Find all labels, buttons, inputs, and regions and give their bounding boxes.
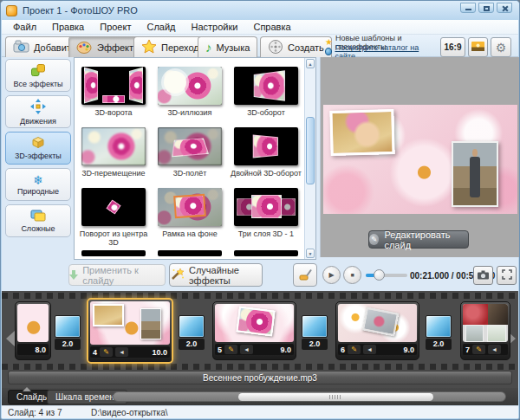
tab-music-label: Музыка [217,42,250,53]
tab-music[interactable]: ♪ Музыка [198,36,257,57]
effect-item-frame-on-background[interactable]: Рамка на фоне [152,188,228,238]
slide-edit-icon[interactable]: ✎ [100,347,113,357]
effect-thumbnail [158,67,222,105]
window-title: Проект 1 - ФотоШОУ PRO [23,5,138,16]
effect-thumbnail [234,127,298,165]
transition-1[interactable]: 2.0 [55,315,81,350]
slide-preview-image[interactable] [323,105,517,214]
timeline-section: 8.0 2.0 4 ✎ ◄ 10.0 2.0 [2,291,518,405]
music-track-bar[interactable]: Весеннее пробуждение.mp3 [8,371,512,384]
sidebar-item-motions[interactable]: Движения [5,95,71,128]
effect-item-3d-turn[interactable]: 3D-оборот [228,67,304,117]
effect-item-double-3d-turn[interactable]: Двойной 3D-оборот [228,127,304,178]
film-holes-top [2,293,518,299]
timeline-slide-4-selected[interactable]: 4 ✎ ◄ 10.0 [87,298,173,364]
effect-thumbnail-partial [234,250,298,256]
app-icon [6,5,17,16]
clear-effect-button[interactable] [293,263,317,287]
news-star-icon: ★ [325,38,333,47]
slide-sound-icon[interactable]: ◄ [363,345,376,354]
stop-button[interactable]: ■ [343,266,361,284]
timeline-slide-6[interactable]: 6 ✎ ◄ 9.0 [335,301,419,360]
fullscreen-button[interactable] [497,266,517,285]
landscape-icon [471,42,484,53]
effect-thumbnail [81,188,146,226]
transition-4[interactable]: 2.0 [426,315,452,350]
random-effects-button[interactable]: Случайные эффекты [169,263,263,287]
scroll-down-icon[interactable]: ▼ [306,249,315,258]
puzzle-icon [30,63,46,79]
menu-project[interactable]: Проект [92,22,139,32]
minimize-button[interactable] [460,3,476,13]
settings-button[interactable]: ⚙ [491,37,511,57]
menu-bar: Файл Правка Проект Слайд Настройки Справ… [2,20,518,35]
slide-edit-icon[interactable]: ✎ [224,345,237,354]
effect-item-3d-gates[interactable]: 3D-ворота [75,67,152,117]
effect-item-3d-illusion[interactable]: 3D-иллюзия [152,67,228,117]
music-note-icon: ♪ [205,42,212,54]
slide-edit-icon[interactable]: ✎ [348,345,361,354]
aspect-ratio-button[interactable]: 16:9 [440,37,465,57]
effect-thumbnail [234,67,298,105]
effect-thumbnail [158,127,222,165]
magic-wand-icon [170,268,184,283]
effect-thumbnail-partial [81,250,146,256]
menu-edit[interactable]: Правка [44,22,92,32]
sidebar-label: Все эффекты [13,80,62,88]
slide-edit-icon[interactable]: ✎ [472,345,485,354]
status-project-path: D:\видео-открытка\ [91,408,168,417]
play-icon: ▶ [328,271,334,279]
timeline-scroll-left-icon[interactable] [6,331,15,346]
effect-item-3d-flight[interactable]: 3D-полёт [152,127,228,178]
slider-thumb[interactable] [374,269,385,281]
layers-icon [30,210,46,223]
effect-item-three-layers[interactable]: Три слоя 3D - 1 [228,188,304,238]
background-image-button[interactable] [468,37,488,57]
menu-help[interactable]: Справка [245,22,298,32]
effect-item-center-rotate-3d[interactable]: Поворот из центра 3D [75,188,152,247]
snapshot-button[interactable] [473,266,493,285]
playback-slider[interactable] [366,274,407,277]
slide-sound-icon[interactable]: ◄ [240,345,253,354]
effect-item-3d-move[interactable]: 3D-перемещение [75,127,152,178]
timeline-horizontal-scrollbar[interactable] [113,391,506,402]
slide-sound-icon[interactable]: ◄ [488,345,501,354]
move-arrows-icon [30,99,46,116]
menu-settings[interactable]: Настройки [184,22,246,32]
transition-2[interactable]: 2.0 [179,315,205,350]
scrollbar-thumb[interactable] [306,117,315,184]
sidebar-label: 3D-эффекты [15,152,62,160]
slide-sound-icon[interactable]: ◄ [115,347,128,357]
globe-icon [325,48,332,55]
palette-icon [76,40,93,55]
sidebar-label: Природные [17,187,59,196]
maximize-button[interactable] [478,3,494,13]
menu-slide[interactable]: Слайд [139,22,183,32]
effect-thumbnail [158,188,222,226]
timeline-slide-3[interactable]: 8.0 [15,301,51,360]
timeline-slide-5[interactable]: 5 ✎ ◄ 9.0 [212,301,296,360]
effects-grid-panel: 3D-ворота 3D-иллюзия 3D-оборот 3D-переме… [74,57,316,260]
tab-create[interactable]: Создать [260,36,332,57]
edit-slide-button[interactable]: ✎ Редактировать слайд [368,230,469,249]
status-slide-counter: Слайд: 4 из 7 [8,408,62,417]
transition-icon [426,315,452,338]
close-button[interactable] [497,3,512,13]
transition-3[interactable]: 2.0 [302,315,328,350]
apply-to-slide-button[interactable]: Применить к слайду [68,264,166,286]
effects-scrollbar[interactable]: ▲ ▼ [304,58,315,259]
effect-thumbnail-partial [158,250,222,256]
sidebar-item-nature[interactable]: ❄ Природные [5,168,71,201]
play-button[interactable]: ▶ [322,266,341,284]
photo-girl-mini [93,304,124,326]
timeline-slide-7[interactable]: 7 ✎ ◄ [460,301,510,360]
status-bar: Слайд: 4 из 7 D:\видео-открытка\ [2,405,518,418]
photo-girl [329,109,394,156]
camera-icon [13,40,29,55]
scroll-up-icon[interactable]: ▲ [306,59,315,68]
horizontal-scrollbar-thumb[interactable] [238,393,433,401]
sidebar-item-all-effects[interactable]: Все эффекты [5,59,71,92]
sidebar-item-3d-effects[interactable]: 3D-эффекты [5,132,71,165]
menu-file[interactable]: Файл [5,22,44,32]
sidebar-item-complex[interactable]: Сложные [5,204,71,237]
